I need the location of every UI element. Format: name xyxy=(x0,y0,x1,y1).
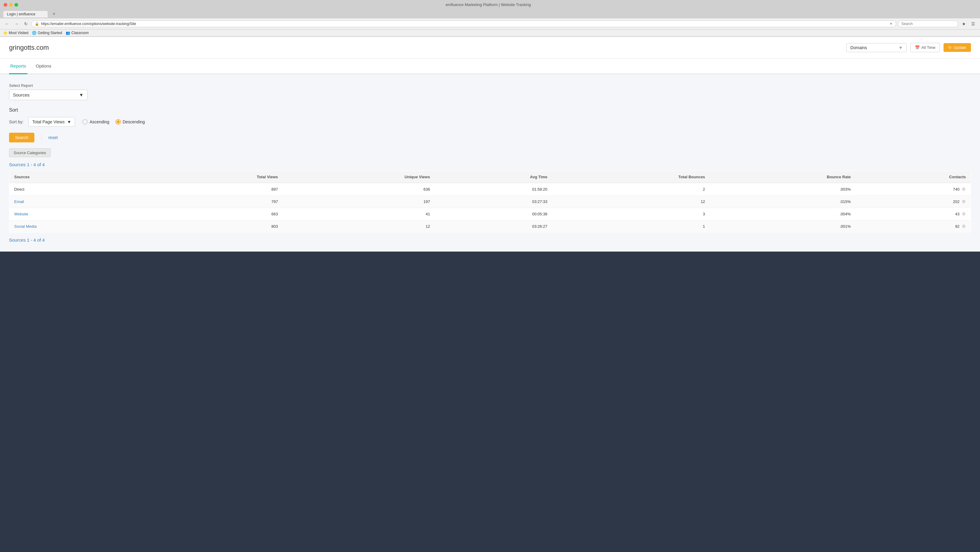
close-traffic-light[interactable] xyxy=(4,3,7,6)
divider: ⋮ xyxy=(38,134,44,141)
sort-by-label: Sort by: xyxy=(9,120,24,124)
chevron-down-icon: ▼ xyxy=(67,120,71,124)
col-bounce-rate: Bounce Rate xyxy=(710,171,856,183)
domains-dropdown[interactable]: Domains ▼ xyxy=(846,43,907,52)
ascending-label: Ascending xyxy=(89,120,109,124)
sort-by-dropdown[interactable]: Total Page Views ▼ xyxy=(28,117,75,127)
col-total-views: Total Views xyxy=(149,171,283,183)
bookmark-label: Most Visited xyxy=(9,31,28,35)
sources-table: Sources Total Views Unique Views Avg Tim… xyxy=(9,171,971,233)
bookmark-label: Classroom xyxy=(72,31,89,35)
browser-title: emfluence Marketing Platform | Website T… xyxy=(18,2,958,7)
source-link[interactable]: Social Media xyxy=(14,224,37,229)
bookmark-label: Getting Started xyxy=(38,31,62,35)
contacts-value: 202 xyxy=(953,199,959,204)
all-time-button[interactable]: 📅 All Time xyxy=(910,43,940,52)
unique-views-cell: 41 xyxy=(283,208,435,220)
maximize-traffic-light[interactable] xyxy=(14,3,18,6)
source-categories-badge[interactable]: Source Categories xyxy=(9,148,51,157)
menu-button[interactable]: ☰ xyxy=(969,20,977,27)
contacts-cell: 92⚙ xyxy=(856,220,970,232)
gear-icon[interactable]: ⚙ xyxy=(962,211,966,216)
ascending-radio-circle xyxy=(82,119,88,124)
new-tab-button[interactable]: + xyxy=(50,11,58,17)
bookmark-button[interactable]: ★ xyxy=(960,20,968,27)
chevron-down-icon: ▼ xyxy=(899,45,903,50)
total-views-cell: 663 xyxy=(149,208,283,220)
header-right: Domains ▼ 📅 All Time ↻ Update xyxy=(846,43,971,52)
ascending-radio[interactable]: Ascending xyxy=(82,119,109,124)
update-label: Update xyxy=(953,45,966,50)
browser-search-input[interactable] xyxy=(898,21,958,27)
contacts-cell: 43⚙ xyxy=(856,208,970,220)
site-title: gringotts.com xyxy=(9,44,49,51)
browser-tab[interactable]: Login | emfluence xyxy=(3,11,48,18)
address-bar[interactable]: 🔒 https://emailer.emfluence.com/options/… xyxy=(31,21,896,27)
sort-row: Sort by: Total Page Views ▼ Ascending De… xyxy=(9,117,971,127)
tab-reports[interactable]: Reports xyxy=(9,59,27,74)
total-views-cell: 803 xyxy=(149,220,283,233)
bounce-rate-cell: .001% xyxy=(710,220,856,233)
tabs-bar: Reports Options xyxy=(0,59,980,74)
sort-by-value: Total Page Views xyxy=(32,120,65,124)
all-time-label: All Time xyxy=(921,45,935,50)
total-views-cell: 897 xyxy=(149,183,283,196)
bookmark-classroom[interactable]: 👥 Classroom xyxy=(66,31,89,35)
unique-views-cell: 197 xyxy=(283,195,435,208)
descending-label: Descending xyxy=(123,120,145,124)
bookmark-most-visited[interactable]: ⭐ Most Visited xyxy=(3,31,28,35)
bookmark-icon: 🌐 xyxy=(32,31,37,35)
bookmarks-bar: ⭐ Most Visited 🌐 Getting Started 👥 Class… xyxy=(0,30,980,37)
select-report-section: Select Report Sources ▼ xyxy=(9,83,971,100)
browser-title-bar: emfluence Marketing Platform | Website T… xyxy=(0,0,980,10)
forward-button[interactable]: → xyxy=(13,20,21,27)
reload-button[interactable]: ↻ xyxy=(22,20,30,27)
total-bounces-cell: 2 xyxy=(552,183,710,196)
col-sources: Sources xyxy=(10,171,149,183)
avg-time-cell: 00:05:38 xyxy=(435,208,552,220)
app-container: gringotts.com Domains ▼ 📅 All Time ↻ Upd… xyxy=(0,37,980,252)
descending-radio-circle xyxy=(115,119,121,124)
contacts-cell: 740⚙ xyxy=(856,183,970,195)
browser-tab-bar: Login | emfluence + xyxy=(0,10,980,18)
bookmark-getting-started[interactable]: 🌐 Getting Started xyxy=(32,31,62,35)
avg-time-cell: 03:26:27 xyxy=(435,220,552,233)
main-content: Select Report Sources ▼ Sort Sort by: To… xyxy=(0,74,980,252)
gear-icon[interactable]: ⚙ xyxy=(962,199,966,204)
bookmark-icon: ⭐ xyxy=(3,31,8,35)
source-link[interactable]: Email xyxy=(14,199,24,204)
tab-options[interactable]: Options xyxy=(35,59,53,74)
table-row: Social Media8031203:26:271.001%92⚙ xyxy=(10,220,971,233)
gear-icon[interactable]: ⚙ xyxy=(962,187,966,191)
avg-time-cell: 03:27:33 xyxy=(435,195,552,208)
actions-row: Search ⋮ reset xyxy=(9,133,971,142)
source-name: Direct xyxy=(10,183,149,196)
select-report-dropdown[interactable]: Sources ▼ xyxy=(9,89,88,100)
unique-views-cell: 12 xyxy=(283,220,435,233)
sort-title: Sort xyxy=(9,107,971,113)
select-report-label: Select Report xyxy=(9,83,971,88)
total-bounces-cell: 1 xyxy=(552,220,710,233)
url-text: https://emailer.emfluence.com/options/we… xyxy=(41,22,888,26)
gear-icon[interactable]: ⚙ xyxy=(962,224,966,229)
source-link[interactable]: Website xyxy=(14,212,28,216)
bookmark-icon: 👥 xyxy=(66,31,70,35)
minimize-traffic-light[interactable] xyxy=(9,3,13,6)
results-summary-bottom: Sources 1 - 4 of 4 xyxy=(9,238,971,242)
browser-nav-bar: ← → ↻ 🔒 https://emailer.emfluence.com/op… xyxy=(0,18,980,30)
calendar-icon: 📅 xyxy=(915,45,920,50)
col-unique-views: Unique Views xyxy=(283,171,435,183)
bounce-rate-cell: .015% xyxy=(710,195,856,208)
update-button[interactable]: ↻ Update xyxy=(943,43,971,52)
search-button[interactable]: Search xyxy=(9,133,34,142)
back-button[interactable]: ← xyxy=(3,20,11,27)
reset-link[interactable]: reset xyxy=(48,135,57,140)
total-views-cell: 797 xyxy=(149,195,283,208)
total-bounces-cell: 12 xyxy=(552,195,710,208)
col-contacts: Contacts xyxy=(856,171,970,183)
sort-order-radio-group: Ascending Descending xyxy=(82,119,145,124)
total-bounces-cell: 3 xyxy=(552,208,710,220)
avg-time-cell: 01:58:20 xyxy=(435,183,552,196)
browser-chrome: emfluence Marketing Platform | Website T… xyxy=(0,0,980,37)
descending-radio[interactable]: Descending xyxy=(115,119,145,124)
